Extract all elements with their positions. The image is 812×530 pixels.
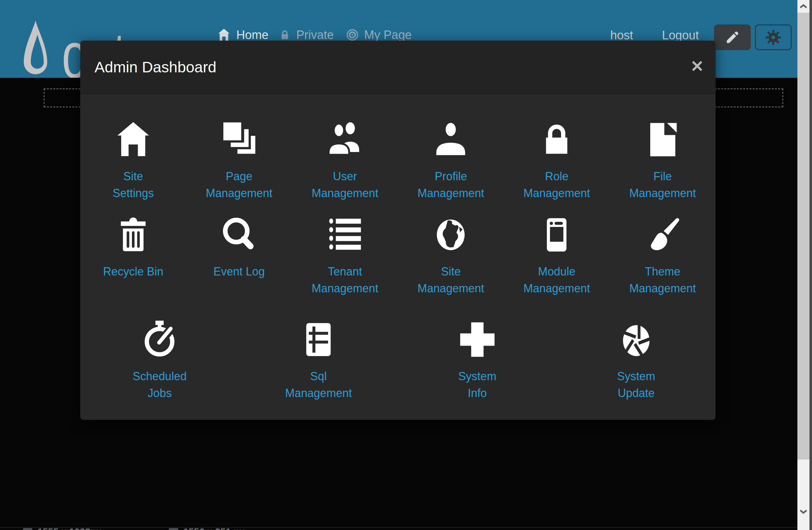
tile-site-management[interactable]: SiteManagement (398, 214, 504, 297)
tile-event-log[interactable]: Event Log (186, 214, 292, 297)
scrollbar-up-button[interactable] (797, 0, 810, 13)
clipped-icon (23, 528, 32, 530)
tile-label: SiteManagement (417, 263, 484, 297)
tile-label: ScheduledJobs (133, 368, 187, 401)
tile-label: ModuleManagement (523, 263, 590, 297)
tile-row: SiteSettings PageManagement (80, 119, 715, 202)
settings-button[interactable] (755, 25, 792, 50)
vertical-scrollbar[interactable] (797, 0, 810, 530)
people-icon (324, 119, 366, 160)
timer-icon (139, 319, 180, 360)
brush-icon (642, 214, 683, 256)
window-edge-strip (810, 0, 812, 530)
admin-dashboard-modal: Admin Dashboard SiteSettings (80, 41, 715, 420)
tile-label: SqlManagement (285, 368, 352, 401)
tile-system-update[interactable]: SystemUpdate (557, 319, 715, 401)
close-icon (691, 59, 704, 73)
tile-recycle-bin[interactable]: Recycle Bin (80, 214, 186, 297)
tile-label: TenantManagement (312, 263, 378, 297)
target-icon (346, 28, 359, 42)
scrollbar-thumb[interactable] (797, 13, 810, 460)
bottom-divider-line (0, 527, 812, 528)
tile-label: SiteSettings (113, 168, 154, 202)
tile-sql-management[interactable]: SqlManagement (239, 319, 398, 401)
aperture-icon (616, 319, 657, 360)
tile-label: Event Log (214, 263, 265, 280)
tile-row: ScheduledJobs SqlManagement (80, 319, 715, 401)
tile-module-management[interactable]: ModuleManagement (504, 214, 610, 297)
tile-theme-management[interactable]: ThemeManagement (610, 214, 715, 297)
scrollbar-down-button[interactable] (797, 505, 810, 518)
lock-icon (536, 119, 577, 160)
tile-label: RoleManagement (523, 168, 590, 202)
globe-icon (430, 214, 472, 256)
layers-icon (219, 119, 260, 160)
tile-page-management[interactable]: PageManagement (186, 119, 292, 202)
tile-user-management[interactable]: UserManagement (292, 119, 398, 202)
tile-profile-management[interactable]: ProfileManagement (398, 119, 504, 202)
pencil-icon (725, 30, 740, 45)
magnifier-icon (219, 214, 260, 256)
trash-icon (113, 214, 154, 256)
person-icon (430, 119, 472, 160)
tile-label: PageManagement (206, 168, 273, 202)
browser-icon (536, 214, 577, 256)
list-icon (324, 214, 366, 256)
username-link[interactable]: host (610, 29, 633, 42)
tile-system-info[interactable]: SystemInfo (398, 319, 557, 401)
tile-role-management[interactable]: RoleManagement (504, 119, 610, 202)
tile-label: ProfileManagement (417, 168, 484, 202)
tile-label: FileManagement (629, 168, 696, 202)
screen: oqtane Home Private (0, 0, 812, 530)
home-icon (217, 28, 231, 42)
clipped-icon (169, 528, 178, 530)
tile-label: UserManagement (312, 168, 378, 202)
modal-close-button[interactable] (688, 57, 707, 75)
file-icon (642, 119, 683, 160)
chevron-down-icon (799, 509, 808, 514)
gear-icon (765, 29, 782, 46)
tile-label: SystemInfo (458, 368, 496, 401)
home-icon (113, 119, 154, 160)
spreadsheet-icon (298, 319, 339, 360)
tile-scheduled-jobs[interactable]: ScheduledJobs (80, 319, 239, 401)
tile-file-management[interactable]: FileManagement (610, 119, 715, 202)
clipped-tooltip-text: 1555 x 1023px (38, 526, 102, 530)
logout-link[interactable]: Logout (662, 29, 699, 42)
nav-item-label: My Page (364, 28, 412, 42)
modal-header: Admin Dashboard (80, 41, 715, 94)
tile-label: SystemUpdate (617, 368, 655, 401)
tile-row: Recycle Bin Event Log (80, 214, 715, 297)
nav-item-label: Private (296, 28, 334, 42)
modal-title: Admin Dashboard (95, 58, 216, 76)
lock-icon (278, 29, 291, 41)
tile-site-settings[interactable]: SiteSettings (80, 119, 186, 202)
tile-label: Recycle Bin (103, 263, 163, 280)
tile-tenant-management[interactable]: TenantManagement (292, 214, 398, 297)
chevron-up-icon (799, 4, 808, 9)
nav-item-label: Home (236, 28, 269, 42)
medical-cross-icon (457, 319, 498, 360)
edit-mode-button[interactable] (714, 25, 751, 50)
clipped-tooltip-text: 1556 x 251 px (183, 526, 245, 530)
tile-label: ThemeManagement (629, 263, 696, 297)
